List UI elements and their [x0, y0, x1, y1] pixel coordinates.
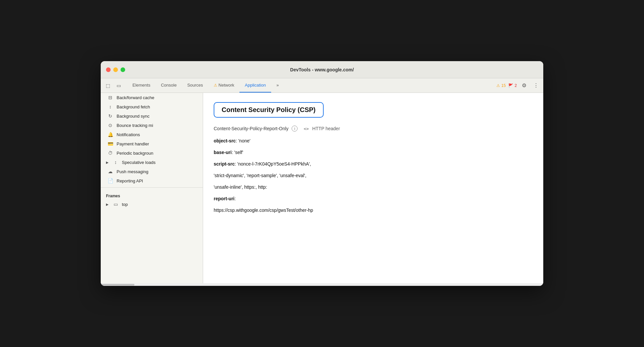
sidebar-item-periodic-background[interactable]: ⏱ Periodic backgroun — [101, 148, 203, 158]
info-icon[interactable]: i — [292, 126, 298, 132]
tab-sources[interactable]: Sources — [182, 78, 208, 93]
sidebar-item-back-forward[interactable]: ⊟ Back/forward cache — [101, 93, 203, 102]
policy-details: object-src: 'none' base-uri: 'self' scri… — [214, 137, 533, 214]
background-sync-icon: ↻ — [107, 113, 113, 119]
maximize-button[interactable] — [121, 67, 125, 72]
sidebar-item-reporting-api[interactable]: 📄 Reporting API — [101, 176, 203, 185]
tab-elements[interactable]: Elements — [127, 78, 156, 93]
toolbar-left: ⬚ ▭ — [103, 78, 123, 93]
tab-bar: Elements Console Sources ⚠ Network Appli… — [127, 78, 496, 93]
scrollbar-thumb — [101, 284, 134, 286]
sidebar-item-push-messaging[interactable]: ☁ Push messaging — [101, 167, 203, 176]
toolbar-right: ⚠ 15 🚩 2 ⚙ ⋮ — [496, 78, 541, 93]
sidebar-item-notifications[interactable]: 🔔 Notifications — [101, 130, 203, 139]
device-icon[interactable]: ▭ — [114, 81, 123, 90]
back-forward-icon: ⊟ — [107, 95, 113, 100]
periodic-background-icon: ⏱ — [107, 150, 113, 156]
tab-application[interactable]: Application — [239, 78, 271, 93]
policy-name: Content-Security-Policy-Report-Only — [214, 126, 288, 131]
settings-button[interactable]: ⚙ — [519, 81, 529, 90]
devtools-window: DevTools - www.google.com/ ⬚ ▭ Elements … — [101, 61, 543, 286]
main-content: ⊟ Back/forward cache ↕ Background fetch … — [101, 93, 543, 283]
policy-row: Content-Security-Policy-Report-Only i <>… — [214, 126, 533, 132]
close-button[interactable] — [106, 67, 111, 72]
policy-source-area: <> HTTP header — [304, 126, 340, 132]
sidebar-item-background-fetch[interactable]: ↕ Background fetch — [101, 102, 203, 111]
sidebar-item-speculative-loads[interactable]: ▶ ↕ Speculative loads — [101, 158, 203, 167]
network-warning-icon: ⚠ — [214, 83, 217, 88]
frame-folder-icon: ▭ — [113, 202, 119, 207]
tab-console[interactable]: Console — [156, 78, 182, 93]
frames-section-header: Frames — [101, 190, 203, 200]
error-badge: 🚩 2 — [508, 83, 517, 88]
speculative-loads-icon: ↕ — [113, 160, 119, 165]
policy-line-unsafe-inline: 'unsafe-inline', https:, http: — [214, 184, 533, 191]
sidebar: ⊟ Back/forward cache ↕ Background fetch … — [101, 93, 203, 283]
arrow-icon: ▶ — [106, 161, 109, 164]
tab-network[interactable]: ⚠ Network — [208, 78, 240, 93]
csp-title: Content Security Policy (CSP) — [214, 102, 324, 118]
main-panel: Content Security Policy (CSP) Content-Se… — [203, 93, 543, 283]
policy-line-object-src: object-src: 'none' — [214, 137, 533, 144]
reporting-api-icon: 📄 — [107, 178, 113, 183]
warning-badge: ⚠ 15 — [496, 83, 506, 88]
sidebar-item-bounce-tracking[interactable]: ⊙ Bounce tracking mi — [101, 121, 203, 130]
minimize-button[interactable] — [113, 67, 118, 72]
window-title: DevTools - www.google.com/ — [290, 67, 354, 72]
more-options-button[interactable]: ⋮ — [531, 81, 541, 90]
bounce-tracking-icon: ⊙ — [107, 123, 113, 128]
policy-line-report-uri-value: https://csp.withgoogle.com/csp/gwsTest/o… — [214, 207, 533, 214]
notifications-icon: 🔔 — [107, 132, 113, 137]
frames-arrow-icon: ▶ — [106, 203, 109, 206]
sidebar-item-payment-handler[interactable]: 💳 Payment handler — [101, 139, 203, 148]
code-brackets-icon: <> — [304, 126, 309, 131]
payment-icon: 💳 — [107, 141, 113, 146]
policy-source-label: HTTP header — [312, 126, 340, 131]
policy-line-strict-dynamic: 'strict-dynamic', 'report-sample', 'unsa… — [214, 172, 533, 179]
push-messaging-icon: ☁ — [107, 169, 113, 174]
toolbar: ⬚ ▭ Elements Console Sources ⚠ Network A… — [101, 78, 543, 93]
horizontal-scrollbar[interactable] — [101, 283, 543, 286]
sidebar-divider — [101, 187, 203, 188]
background-fetch-icon: ↕ — [107, 104, 113, 109]
cursor-icon[interactable]: ⬚ — [103, 81, 113, 90]
sidebar-item-frames-top[interactable]: ▶ ▭ top — [101, 200, 203, 209]
policy-line-base-uri: base-uri: 'self' — [214, 149, 533, 156]
policy-line-script-src: script-src: 'nonce-l-7rK04QpY5oeS4-HPPkh… — [214, 161, 533, 168]
error-icon: 🚩 — [508, 83, 513, 88]
traffic-lights — [106, 67, 125, 72]
warning-icon-small: ⚠ — [496, 83, 500, 88]
sidebar-item-background-sync[interactable]: ↻ Background sync — [101, 111, 203, 121]
titlebar: DevTools - www.google.com/ — [101, 61, 543, 78]
policy-line-report-uri: report-uri: — [214, 195, 533, 202]
more-tabs-button[interactable]: » — [271, 78, 284, 93]
